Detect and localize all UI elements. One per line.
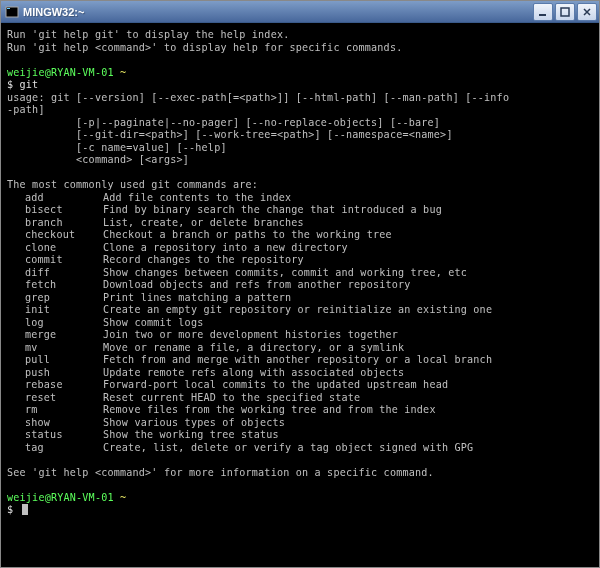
mingw-window: MINGW32:~ Run 'git help git' to display … [0, 0, 600, 568]
command-desc: Show various types of objects [103, 417, 492, 430]
command-name: rm [7, 404, 103, 417]
help-line: Run 'git help git' to display the help i… [7, 29, 593, 42]
prompt-line: weijie@RYAN-VM-01 ~ [7, 67, 593, 80]
blank-line [7, 479, 593, 492]
window-buttons [533, 3, 597, 21]
command-name: merge [7, 329, 103, 342]
table-row: fetchDownload objects and refs from anot… [7, 279, 492, 292]
table-row: pullFetch from and merge with another re… [7, 354, 492, 367]
svg-rect-1 [7, 8, 10, 9]
command-name: branch [7, 217, 103, 230]
command-name: commit [7, 254, 103, 267]
table-row: mvMove or rename a file, a directory, or… [7, 342, 492, 355]
command-name: bisect [7, 204, 103, 217]
command-name: log [7, 317, 103, 330]
table-row: commitRecord changes to the repository [7, 254, 492, 267]
command-name: reset [7, 392, 103, 405]
command-desc: List, create, or delete branches [103, 217, 492, 230]
usage-line: [-c name=value] [--help] [7, 142, 593, 155]
command-line: $ [7, 504, 593, 517]
table-row: grepPrint lines matching a pattern [7, 292, 492, 305]
cwd-path: ~ [114, 67, 127, 78]
command-desc: Show commit logs [103, 317, 492, 330]
usage-line: [--git-dir=<path>] [--work-tree=<path>] … [7, 129, 593, 142]
table-row: showShow various types of objects [7, 417, 492, 430]
terminal-area[interactable]: Run 'git help git' to display the help i… [1, 23, 599, 567]
command-desc: Find by binary search the change that in… [103, 204, 492, 217]
commands-table: addAdd file contents to the indexbisectF… [7, 192, 492, 455]
table-row: rmRemove files from the working tree and… [7, 404, 492, 417]
command-desc: Join two or more development histories t… [103, 329, 492, 342]
command-name: fetch [7, 279, 103, 292]
cursor-icon [22, 504, 29, 515]
blank-line [7, 167, 593, 180]
command-desc: Show the working tree status [103, 429, 492, 442]
command-name: diff [7, 267, 103, 280]
usage-line: usage: git [--version] [--exec-path[=<pa… [7, 92, 593, 105]
command-name: rebase [7, 379, 103, 392]
command-desc: Remove files from the working tree and f… [103, 404, 492, 417]
command-name: tag [7, 442, 103, 455]
command-name: clone [7, 242, 103, 255]
table-row: branchList, create, or delete branches [7, 217, 492, 230]
table-row: mergeJoin two or more development histor… [7, 329, 492, 342]
commands-header: The most commonly used git commands are: [7, 179, 593, 192]
command-desc: Reset current HEAD to the specified stat… [103, 392, 492, 405]
table-row: tagCreate, list, delete or verify a tag … [7, 442, 492, 455]
command-name: pull [7, 354, 103, 367]
command-desc: Move or rename a file, a directory, or a… [103, 342, 492, 355]
prompt-line: weijie@RYAN-VM-01 ~ [7, 492, 593, 505]
command-name: mv [7, 342, 103, 355]
command-name: show [7, 417, 103, 430]
command-name: push [7, 367, 103, 380]
command-name: grep [7, 292, 103, 305]
table-row: checkoutCheckout a branch or paths to th… [7, 229, 492, 242]
minimize-button[interactable] [533, 3, 553, 21]
help-line: Run 'git help <command>' to display help… [7, 42, 593, 55]
blank-line [7, 54, 593, 67]
prompt-symbol: $ [7, 504, 20, 515]
table-row: diffShow changes between commits, commit… [7, 267, 492, 280]
usage-line: [-p|--paginate|--no-pager] [--no-replace… [7, 117, 593, 130]
table-row: bisectFind by binary search the change t… [7, 204, 492, 217]
command-name: status [7, 429, 103, 442]
command-name: init [7, 304, 103, 317]
command-desc: Print lines matching a pattern [103, 292, 492, 305]
svg-rect-3 [561, 8, 569, 16]
command-desc: Fetch from and merge with another reposi… [103, 354, 492, 367]
usage-line: <command> [<args>] [7, 154, 593, 167]
command-line: $ git [7, 79, 593, 92]
blank-line [7, 454, 593, 467]
command-name: add [7, 192, 103, 205]
user-host: weijie@RYAN-VM-01 [7, 492, 114, 503]
usage-line: -path] [7, 104, 593, 117]
window-title: MINGW32:~ [23, 6, 533, 18]
table-row: rebaseForward-port local commits to the … [7, 379, 492, 392]
app-icon [5, 5, 19, 19]
svg-rect-2 [539, 14, 546, 16]
cwd-path: ~ [114, 492, 127, 503]
command-desc: Forward-port local commits to the update… [103, 379, 492, 392]
footer-line: See 'git help <command>' for more inform… [7, 467, 593, 480]
table-row: statusShow the working tree status [7, 429, 492, 442]
maximize-button[interactable] [555, 3, 575, 21]
table-row: addAdd file contents to the index [7, 192, 492, 205]
command-desc: Record changes to the repository [103, 254, 492, 267]
table-row: pushUpdate remote refs along with associ… [7, 367, 492, 380]
command-desc: Download objects and refs from another r… [103, 279, 492, 292]
user-host: weijie@RYAN-VM-01 [7, 67, 114, 78]
command-desc: Clone a repository into a new directory [103, 242, 492, 255]
command-desc: Add file contents to the index [103, 192, 492, 205]
table-row: initCreate an empty git repository or re… [7, 304, 492, 317]
titlebar: MINGW32:~ [1, 1, 599, 23]
command-desc: Show changes between commits, commit and… [103, 267, 492, 280]
table-row: cloneClone a repository into a new direc… [7, 242, 492, 255]
command-desc: Checkout a branch or paths to the workin… [103, 229, 492, 242]
command-desc: Create an empty git repository or reinit… [103, 304, 492, 317]
command-name: checkout [7, 229, 103, 242]
table-row: logShow commit logs [7, 317, 492, 330]
command-desc: Update remote refs along with associated… [103, 367, 492, 380]
command-desc: Create, list, delete or verify a tag obj… [103, 442, 492, 455]
close-button[interactable] [577, 3, 597, 21]
table-row: resetReset current HEAD to the specified… [7, 392, 492, 405]
